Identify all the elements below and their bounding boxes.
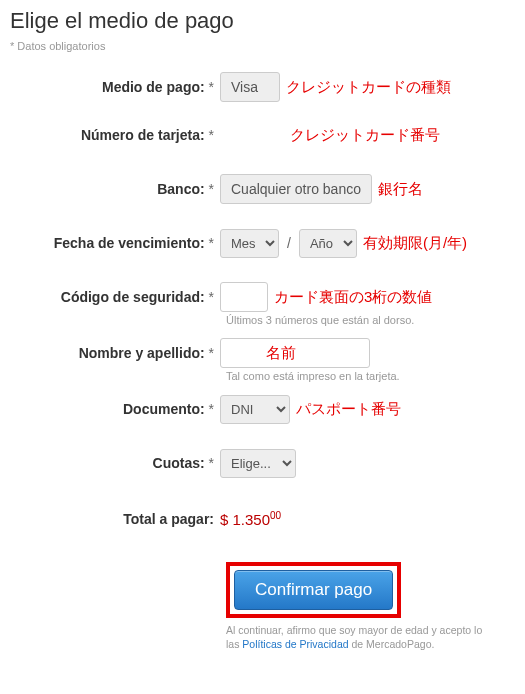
- label-expiry: Fecha de vencimiento: *: [10, 235, 220, 251]
- bank-value[interactable]: Cualquier otro banco: [220, 174, 372, 204]
- hint-name: Tal como está impreso en la tarjeta.: [226, 370, 515, 382]
- installments-select[interactable]: Elige...: [220, 449, 296, 478]
- name-input[interactable]: [220, 338, 370, 368]
- confirm-button[interactable]: Confirmar pago: [234, 570, 393, 610]
- expiry-month-select[interactable]: Mes: [220, 229, 279, 258]
- annotation-document: パスポート番号: [296, 400, 401, 419]
- row-name: Nombre y apellido: * 名前: [10, 336, 515, 370]
- required-note: * Datos obligatorios: [10, 40, 515, 52]
- label-bank: Banco: *: [10, 181, 220, 197]
- row-security-code: Código de seguridad: * カード裏面の3桁の数値: [10, 280, 515, 314]
- security-code-input[interactable]: [220, 282, 268, 312]
- label-document: Documento: *: [10, 401, 220, 417]
- privacy-link[interactable]: Políticas de Privacidad: [242, 638, 348, 650]
- document-type-select[interactable]: DNI: [220, 395, 290, 424]
- annotation-card-number: クレジットカード番号: [290, 126, 440, 145]
- page-title: Elige el medio de pago: [10, 8, 515, 34]
- row-bank: Banco: * Cualquier otro banco 銀行名: [10, 172, 515, 206]
- row-document: Documento: * DNI パスポート番号: [10, 392, 515, 426]
- expiry-year-select[interactable]: Año: [299, 229, 357, 258]
- total-value: $ 1.35000: [220, 510, 281, 528]
- row-payment-method: Medio de pago: * Visa クレジットカードの種類: [10, 70, 515, 104]
- row-total: Total a pagar: $ 1.35000: [10, 502, 515, 536]
- label-payment-method: Medio de pago: *: [10, 79, 220, 95]
- row-installments: Cuotas: * Elige...: [10, 446, 515, 480]
- annotation-bank: 銀行名: [378, 180, 423, 199]
- payment-method-value[interactable]: Visa: [220, 72, 280, 102]
- hint-security-code: Últimos 3 números que están al dorso.: [226, 314, 515, 326]
- expiry-separator: /: [287, 235, 291, 251]
- disclaimer: Al continuar, afirmo que soy mayor de ed…: [226, 624, 515, 651]
- row-expiry: Fecha de vencimiento: * Mes / Año 有効期限(月…: [10, 226, 515, 260]
- label-name: Nombre y apellido: *: [10, 345, 220, 361]
- label-installments: Cuotas: *: [10, 455, 220, 471]
- label-total: Total a pagar:: [10, 511, 220, 527]
- annotation-expiry: 有効期限(月/年): [363, 234, 467, 253]
- label-card-number: Número de tarjeta: *: [10, 127, 220, 143]
- annotation-payment-method: クレジットカードの種類: [286, 78, 451, 97]
- submit-highlight: Confirmar pago: [226, 562, 401, 618]
- label-security-code: Código de seguridad: *: [10, 289, 220, 305]
- row-card-number: Número de tarjeta: * クレジットカード番号: [10, 118, 515, 152]
- annotation-security-code: カード裏面の3桁の数値: [274, 288, 432, 307]
